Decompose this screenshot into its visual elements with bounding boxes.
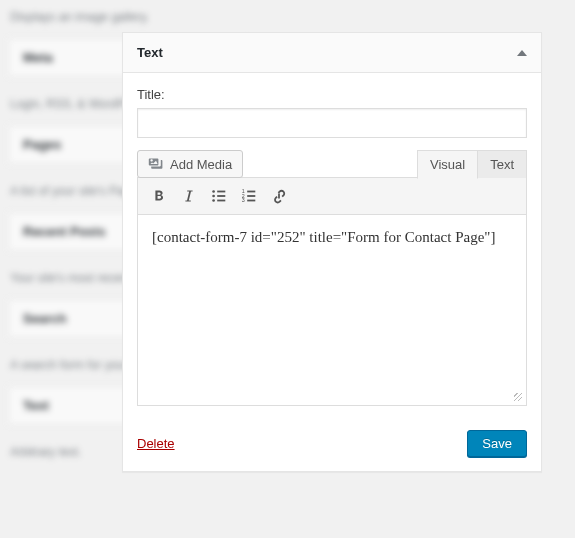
svg-rect-5 xyxy=(217,200,225,202)
delete-link[interactable]: Delete xyxy=(137,436,175,451)
svg-point-0 xyxy=(212,190,215,193)
editor-tabs: Visual Text xyxy=(418,150,527,178)
add-media-button[interactable]: Add Media xyxy=(137,150,243,178)
svg-rect-9 xyxy=(247,191,255,193)
svg-text:3: 3 xyxy=(242,197,245,203)
title-input[interactable] xyxy=(137,108,527,138)
link-button[interactable] xyxy=(264,182,294,210)
media-tabs-row: Add Media Visual Text xyxy=(137,150,527,178)
save-button[interactable]: Save xyxy=(467,430,527,457)
collapse-up-icon[interactable] xyxy=(517,50,527,56)
widget-header[interactable]: Text xyxy=(123,33,541,73)
tab-visual[interactable]: Visual xyxy=(417,150,478,179)
svg-rect-11 xyxy=(247,200,255,202)
svg-rect-10 xyxy=(247,195,255,197)
widget-footer: Delete Save xyxy=(123,420,541,471)
editor-content[interactable]: [contact-form-7 id="252" title="Form for… xyxy=(138,215,526,405)
tab-text[interactable]: Text xyxy=(477,150,527,178)
media-icon xyxy=(148,156,164,172)
add-media-label: Add Media xyxy=(170,157,232,172)
svg-point-1 xyxy=(212,195,215,198)
svg-rect-4 xyxy=(217,195,225,197)
bullet-list-button[interactable] xyxy=(204,182,234,210)
bold-button[interactable] xyxy=(144,182,174,210)
title-label: Title: xyxy=(137,87,527,102)
italic-button[interactable] xyxy=(174,182,204,210)
resize-handle-icon[interactable] xyxy=(510,389,524,403)
widget-body: Title: Add Media Visual Text xyxy=(123,73,541,420)
text-widget-panel: Text Title: Add Media Visual Text xyxy=(122,32,542,472)
numbered-list-button[interactable]: 123 xyxy=(234,182,264,210)
svg-rect-3 xyxy=(217,191,225,193)
svg-point-2 xyxy=(212,199,215,202)
editor-toolbar: 123 xyxy=(138,178,526,215)
widget-header-title: Text xyxy=(137,45,163,60)
editor-text: [contact-form-7 id="252" title="Form for… xyxy=(152,229,495,245)
editor-wrap: 123 [contact-form-7 id="252" title="Form… xyxy=(137,177,527,406)
